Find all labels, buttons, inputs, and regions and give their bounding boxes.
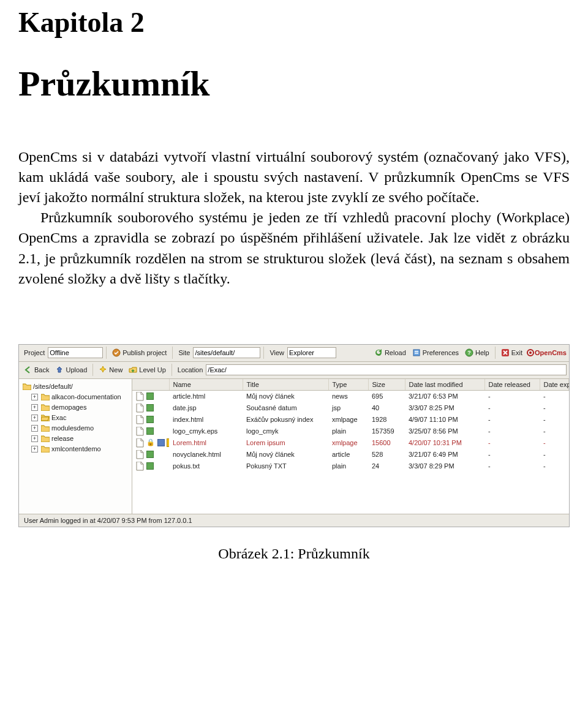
col-status[interactable] [132,379,169,391]
col-type[interactable]: Type [328,379,368,391]
cell-size: 1928 [368,414,405,426]
cell-released: - [484,449,540,460]
location-input[interactable] [206,364,567,375]
tree-item[interactable]: +release [20,434,130,444]
chapter-label: Kapitola 2 [18,6,570,39]
cell-title: Pokusný TXT [243,460,328,472]
tree-root[interactable]: /sites/default/ [20,381,130,392]
logo-text: OpenCms [535,349,567,356]
cell-name: pokus.txt [169,460,243,472]
back-icon [24,366,32,374]
tree-item[interactable]: +alkacon-documentation [20,392,130,402]
col-released[interactable]: Date released [484,379,540,391]
toolbar-row-1: Project Publish project Site View [19,345,569,362]
expander-icon[interactable]: + [31,404,38,411]
cell-size: 157359 [368,426,405,437]
tree-item[interactable]: +Exac [20,413,130,423]
upload-label: Upload [66,366,87,374]
expander-icon[interactable]: + [31,425,38,432]
table-row[interactable]: pokus.txtPokusný TXTplain243/3/07 8:29 P… [132,460,569,472]
site-label: Site [178,349,190,356]
cell-type: xmlpage [328,414,368,426]
cell-expired: - [540,402,569,414]
document-icon [136,415,144,424]
levelup-button[interactable]: Level Up [126,364,168,376]
cell-title: Současné datum [243,402,328,414]
cell-name: logo_cmyk.eps [169,426,243,437]
back-label: Back [34,366,49,374]
status-text: User Admin logged in at 4/20/07 9:53 PM … [24,517,192,524]
svg-point-8 [529,351,532,354]
tree-item[interactable]: +xmlcontentdemo [20,444,130,454]
tree-item[interactable]: +modulesdemo [20,423,130,434]
cell-released: - [484,460,540,472]
table-row[interactable]: index.htmlExáčův pokusný indexxmlpage192… [132,414,569,426]
cell-name: index.html [169,414,243,426]
cell-modified: 3/3/07 8:25 PM [405,402,484,414]
upload-button[interactable]: Upload [53,364,89,376]
lock-icon: 🔒 [146,438,155,446]
cell-released: - [484,390,540,402]
help-icon: ? [465,348,473,357]
document-icon [136,392,144,401]
table-row[interactable]: novyclanek.htmlMůj nový článekarticle528… [132,449,569,460]
col-name[interactable]: Name [169,379,243,391]
site-select[interactable] [193,347,260,358]
view-select[interactable] [287,347,336,358]
help-button[interactable]: ? Help [462,347,492,359]
cell-size: 24 [368,460,405,472]
folder-icon [41,435,50,442]
paragraph-2: Průzkumník souborového systému je jeden … [18,208,570,288]
document-icon [136,462,144,471]
table-row[interactable]: logo_cmyk.epslogo_cmykplain1573593/25/07… [132,426,569,437]
exit-label: Exit [511,349,522,356]
expander-icon[interactable]: + [31,446,38,453]
status-bar: User Admin logged in at 4/20/07 9:53 PM … [19,514,569,527]
reload-icon [374,348,383,357]
cell-title: Můj nový článek [243,390,328,402]
col-expired[interactable]: Date expired [540,379,569,391]
table-row[interactable]: date.jspSoučasné datumjsp403/3/07 8:25 P… [132,402,569,414]
cell-released: - [484,414,540,426]
cell-name: Lorem.html [169,437,243,449]
location-label: Location [178,366,203,374]
publish-icon [112,348,121,357]
table-row[interactable]: 🔒 Lorem.htmlLorem ipsumxmlpage156004/20/… [132,437,569,449]
expander-icon[interactable]: + [31,435,38,442]
view-label: View [270,349,284,356]
preferences-button[interactable]: Preferences [410,347,461,359]
table-row[interactable]: article.htmlMůj nový článeknews6953/21/0… [132,390,569,402]
document-icon [136,450,144,459]
expander-icon[interactable]: + [31,394,38,400]
exit-button[interactable]: Exit [499,347,525,359]
col-size[interactable]: Size [368,379,405,391]
tree-item[interactable]: +demopages [20,402,130,413]
cell-name: novyclanek.html [169,449,243,460]
publish-project-button[interactable]: Publish project [110,347,169,359]
reload-button[interactable]: Reload [372,347,409,359]
cell-expired: - [540,449,569,460]
cell-type: plain [328,460,368,472]
chapter-title: Průzkumník [18,63,570,104]
svg-text:?: ? [467,350,471,356]
cell-title: Lorem ipsum [243,437,328,449]
project-select[interactable] [48,347,103,358]
expander-icon[interactable]: + [31,415,38,421]
publish-state-icon [146,416,154,423]
cell-name: date.jsp [169,402,243,414]
publish-state-icon [146,392,154,400]
upload-icon [55,366,64,374]
cell-size: 528 [368,449,405,460]
col-modified[interactable]: Date last modified [405,379,484,391]
document-icon [136,438,144,448]
cell-modified: 3/25/07 8:56 PM [405,426,484,437]
cell-title: logo_cmyk [243,426,328,437]
col-title[interactable]: Title [243,379,328,391]
back-button[interactable]: Back [21,364,51,376]
new-button[interactable]: New [96,364,125,376]
cell-title: Můj nový článek [243,449,328,460]
folder-icon [23,383,31,390]
cell-expired: - [540,414,569,426]
tree-item-label: demopages [51,402,87,413]
project-label: Project [24,349,45,356]
